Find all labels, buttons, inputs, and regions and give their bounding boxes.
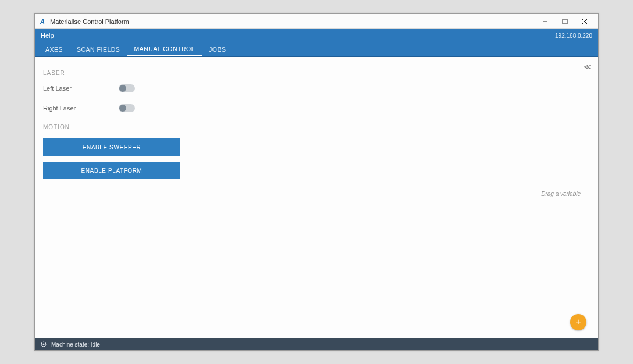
- minimize-button[interactable]: [535, 15, 555, 28]
- tab-jobs[interactable]: JOBS: [202, 42, 233, 56]
- content-area: LASER Left Laser Right Laser MOTION ENAB…: [35, 57, 598, 338]
- right-laser-label: Right Laser: [43, 105, 119, 112]
- maximize-icon: [562, 19, 568, 24]
- status-text: Machine state: Idle: [51, 341, 100, 348]
- maximize-button[interactable]: [555, 15, 575, 28]
- add-fab-button[interactable]: +: [570, 314, 586, 330]
- close-icon: [582, 19, 588, 24]
- laser-section-heading: LASER: [43, 70, 181, 76]
- svg-rect-1: [563, 19, 567, 24]
- tab-axes[interactable]: AXES: [38, 42, 70, 56]
- toggle-knob-icon: [119, 85, 126, 92]
- manual-control-panel: LASER Left Laser Right Laser MOTION ENAB…: [35, 57, 189, 338]
- tab-scan-fields[interactable]: SCAN FIELDS: [70, 42, 127, 56]
- left-laser-toggle[interactable]: [119, 84, 135, 92]
- tab-manual-control[interactable]: MANUAL CONTROL: [127, 42, 202, 56]
- titlebar: A Materialise Control Platform: [35, 14, 598, 29]
- connection-ip: 192.168.0.220: [555, 33, 592, 39]
- enable-sweeper-button[interactable]: ENABLE SWEEPER: [43, 138, 180, 156]
- app-window: A Materialise Control Platform Help 192.…: [34, 13, 599, 351]
- plus-icon: +: [575, 317, 581, 327]
- minimize-icon: [542, 19, 548, 24]
- window-title: Materialise Control Platform: [50, 18, 129, 25]
- menubar: Help 192.168.0.220: [35, 29, 598, 42]
- toggle-knob-icon: [119, 105, 126, 112]
- svg-point-5: [43, 344, 45, 345]
- left-laser-row: Left Laser: [43, 84, 181, 92]
- chevron-left-icon: ≪: [584, 63, 591, 71]
- enable-platform-button[interactable]: ENABLE PLATFORM: [43, 162, 180, 179]
- motion-section-heading: MOTION: [43, 124, 181, 130]
- collapse-panel-button[interactable]: ≪: [584, 63, 591, 71]
- close-button[interactable]: [575, 15, 595, 28]
- app-icon: A: [38, 17, 47, 26]
- variable-drop-area[interactable]: ≪ Drag a variable +: [189, 57, 598, 338]
- statusbar: Machine state: Idle: [35, 338, 598, 350]
- menu-help[interactable]: Help: [41, 32, 54, 39]
- status-gear-icon: [40, 340, 48, 348]
- tabstrip: AXES SCAN FIELDS MANUAL CONTROL JOBS: [35, 42, 598, 57]
- drag-hint-label: Drag a variable: [541, 191, 581, 197]
- right-laser-row: Right Laser: [43, 104, 181, 112]
- left-laser-label: Left Laser: [43, 85, 119, 92]
- right-laser-toggle[interactable]: [119, 104, 135, 112]
